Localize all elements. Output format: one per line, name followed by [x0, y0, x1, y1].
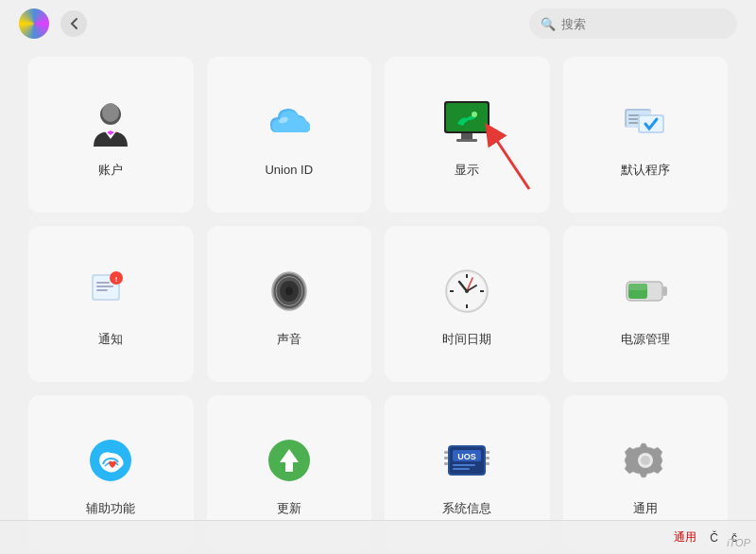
grid-item-display[interactable]: 显示: [385, 57, 550, 213]
search-input[interactable]: [561, 17, 694, 31]
grid-item-union-id[interactable]: Union ID: [207, 57, 372, 213]
update-label: 更新: [277, 500, 301, 517]
svg-rect-52: [444, 462, 448, 465]
settings-grid: 账户 Union ID: [0, 47, 756, 554]
svg-point-7: [472, 112, 477, 117]
bottom-label-1: 通用: [674, 529, 696, 545]
account-label: 账户: [98, 162, 123, 179]
watermark: iTOP: [727, 537, 750, 548]
datetime-label: 时间日期: [442, 331, 491, 348]
update-icon: [259, 430, 319, 491]
svg-rect-51: [444, 457, 448, 459]
sound-icon: [259, 261, 319, 321]
search-bar[interactable]: 🔍: [529, 9, 737, 39]
datetime-icon: [437, 261, 497, 321]
grid-item-default-apps[interactable]: 默认程序: [563, 57, 729, 213]
svg-point-57: [641, 456, 650, 465]
grid-item-sound[interactable]: 声音: [207, 226, 372, 382]
svg-rect-4: [446, 103, 488, 131]
default-apps-label: 默认程序: [621, 162, 670, 179]
svg-text:UOS: UOS: [457, 452, 476, 461]
notification-label: 通知: [98, 331, 123, 348]
accessibility-label: 辅助功能: [86, 500, 135, 517]
svg-text:!: !: [115, 275, 118, 284]
default-apps-icon: [615, 92, 676, 152]
svg-rect-39: [662, 286, 667, 296]
common-icon: [615, 430, 676, 491]
power-label: 电源管理: [621, 331, 670, 348]
svg-rect-6: [456, 139, 477, 142]
union-id-icon: [259, 93, 319, 153]
svg-point-37: [465, 289, 469, 293]
display-icon: [437, 92, 497, 152]
display-label: 显示: [455, 162, 479, 179]
app-logo: [19, 9, 49, 39]
svg-point-25: [285, 286, 293, 295]
svg-rect-5: [461, 133, 472, 139]
grid-item-account[interactable]: 账户: [28, 57, 194, 213]
svg-rect-55: [486, 462, 490, 465]
svg-point-1: [102, 103, 119, 122]
accessibility-icon: [80, 430, 141, 491]
svg-rect-14: [640, 116, 662, 131]
svg-rect-41: [628, 284, 647, 290]
svg-rect-49: [453, 468, 470, 470]
svg-rect-53: [486, 451, 490, 454]
svg-rect-54: [486, 457, 490, 459]
grid-item-power[interactable]: 电源管理: [563, 226, 729, 382]
sysinfo-icon: UOS: [437, 430, 497, 491]
svg-rect-17: [96, 282, 110, 284]
bottom-bar: 通用 Č č: [0, 520, 756, 554]
grid-item-datetime[interactable]: 时间日期: [385, 226, 550, 382]
app-header: 🔍: [0, 0, 756, 47]
account-icon: [80, 92, 141, 152]
svg-rect-48: [453, 464, 475, 466]
notification-icon: !: [80, 261, 141, 321]
sound-label: 声音: [277, 331, 301, 348]
union-id-label: Union ID: [265, 163, 313, 177]
common-label: 通用: [633, 500, 658, 517]
svg-rect-19: [96, 289, 108, 291]
search-icon: 🔍: [541, 17, 556, 31]
svg-rect-18: [96, 286, 113, 287]
power-icon: [615, 261, 676, 321]
sysinfo-label: 系统信息: [442, 500, 491, 517]
grid-item-notification[interactable]: ! 通知: [28, 226, 194, 382]
bottom-label-2: Č: [710, 531, 718, 545]
back-button[interactable]: [60, 10, 87, 37]
svg-rect-50: [444, 451, 448, 454]
